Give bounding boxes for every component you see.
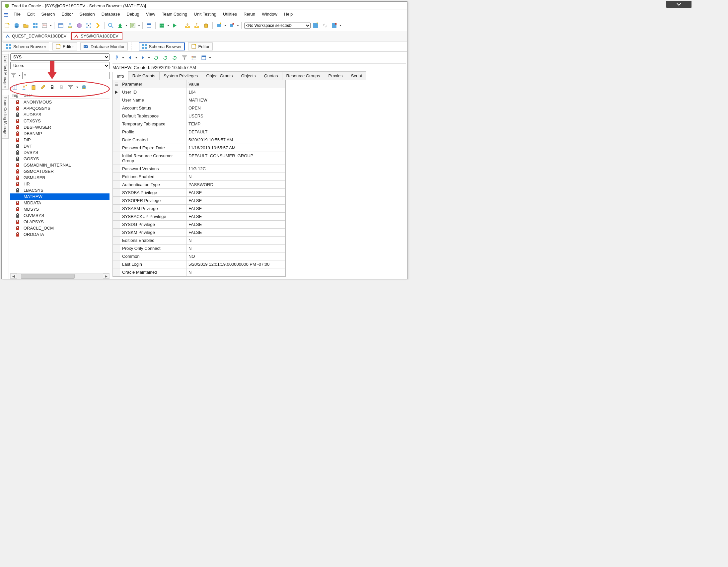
user-list-item[interactable]: DVF xyxy=(10,143,109,149)
clipboard-icon[interactable] xyxy=(30,83,37,91)
dock-team-coding-manager[interactable]: Team Coding Manager xyxy=(2,95,9,138)
filter-input[interactable] xyxy=(22,72,109,79)
dropdown-caret[interactable] xyxy=(237,25,239,26)
user-list-item[interactable]: OLAPSYS xyxy=(10,219,109,225)
schema-combo[interactable]: SYS xyxy=(10,53,109,61)
tab-quotas[interactable]: Quotas xyxy=(260,71,282,80)
dropdown-caret[interactable] xyxy=(138,25,140,26)
user-list-item[interactable]: ORACLE_OCM xyxy=(10,225,109,231)
trash-icon[interactable] xyxy=(202,21,210,30)
scroll-right-icon[interactable]: ▶ xyxy=(103,273,109,279)
filter-dropdown-caret[interactable] xyxy=(18,75,21,76)
user-list-item[interactable]: APPQOSSYS xyxy=(10,105,109,111)
user-list-item[interactable]: GSMCATUSER xyxy=(10,168,109,175)
menu-help[interactable]: Help xyxy=(281,11,296,19)
menu-editor[interactable]: Editor xyxy=(59,11,76,19)
schema-browser-icon[interactable] xyxy=(31,21,39,30)
pin-icon[interactable] xyxy=(112,53,121,62)
user-list-item[interactable]: DBSNMP xyxy=(10,130,109,137)
user-list-item[interactable]: GSMADMIN_INTERNAL xyxy=(10,162,109,168)
flask-icon[interactable] xyxy=(66,21,74,30)
options-icon[interactable] xyxy=(199,53,208,62)
list-bullets-icon[interactable] xyxy=(189,53,198,62)
close-object-icon[interactable] xyxy=(227,21,236,30)
dropdown-caret[interactable] xyxy=(167,25,170,26)
filter-icon[interactable] xyxy=(67,83,75,91)
refresh-green-icon[interactable] xyxy=(170,53,179,62)
outbox-icon[interactable] xyxy=(192,21,201,30)
user-list-item[interactable]: OJVMSYS xyxy=(10,212,109,219)
refresh-green-icon[interactable] xyxy=(161,53,170,62)
execute-icon[interactable] xyxy=(94,21,102,30)
object-type-combo[interactable]: Users xyxy=(10,62,109,69)
filter-icon[interactable] xyxy=(180,53,189,62)
user-list-item[interactable]: GGSYS xyxy=(10,156,109,162)
user-list-item[interactable]: DBSFWUSER xyxy=(10,124,109,130)
menu-team-coding[interactable]: Team Coding xyxy=(159,11,190,19)
save-workspace-icon[interactable] xyxy=(311,21,320,30)
workspace-combo[interactable]: <No Workspace selected> xyxy=(244,23,311,29)
tab-proxies[interactable]: Proxies xyxy=(324,71,347,80)
tab-role-grants[interactable]: Role Grants xyxy=(128,71,160,80)
delete-workspace-icon[interactable] xyxy=(330,21,338,30)
dropdown-caret[interactable] xyxy=(224,25,227,26)
sql-editor-icon[interactable]: SQL xyxy=(40,21,49,30)
tab-system-privileges[interactable]: System Privileges xyxy=(159,71,202,80)
find-icon[interactable] xyxy=(107,21,115,30)
new-sql-icon[interactable] xyxy=(3,21,12,30)
menu-rerun[interactable]: Rerun xyxy=(241,11,258,19)
formatter-icon[interactable] xyxy=(128,21,137,30)
menu-search[interactable]: Search xyxy=(38,11,57,19)
user-list-item[interactable]: MDSYS xyxy=(10,206,109,212)
lock-light-icon[interactable] xyxy=(57,83,65,91)
scrollbar-thumb[interactable] xyxy=(21,274,75,279)
inbox-icon[interactable] xyxy=(183,21,192,30)
filter-dropdown-caret[interactable] xyxy=(76,87,79,88)
tool-window-tab[interactable]: Schema Browser xyxy=(3,42,49,50)
menu-session[interactable]: Session xyxy=(77,11,98,19)
menu-debug[interactable]: Debug xyxy=(124,11,142,19)
services-icon[interactable] xyxy=(84,21,93,30)
dropdown-caret[interactable] xyxy=(122,57,124,58)
forward-icon[interactable] xyxy=(138,53,147,62)
menu-utilities[interactable]: Utilities xyxy=(220,11,240,19)
user-list-item[interactable]: GSMUSER xyxy=(10,175,109,181)
cube-icon[interactable] xyxy=(75,21,84,30)
connection-tab[interactable]: SYS@ORA18CDEV xyxy=(71,32,122,40)
horizontal-scrollbar[interactable]: ◀ ▶ xyxy=(10,273,109,279)
session-icon[interactable] xyxy=(145,21,153,30)
user-list-item[interactable]: DVSYS xyxy=(10,149,109,156)
open-icon[interactable] xyxy=(22,21,30,30)
menu-database[interactable]: Database xyxy=(99,11,123,19)
dropdown-caret[interactable] xyxy=(125,25,128,26)
menu-unit-testing[interactable]: Unit Testing xyxy=(191,11,219,19)
dropdown-caret[interactable] xyxy=(148,57,150,58)
user-list-item[interactable]: DIP xyxy=(10,137,109,143)
user-list[interactable]: ANONYMOUSAPPQOSSYSAUDSYSCTXSYSDBSFWUSERD… xyxy=(10,99,109,273)
refresh-green-icon[interactable] xyxy=(152,53,160,62)
user-list-item[interactable]: ORDDATA xyxy=(10,231,109,238)
debug-play-icon[interactable] xyxy=(170,21,179,30)
tab-objects[interactable]: Objects xyxy=(237,71,260,80)
dropdown-caret[interactable] xyxy=(339,25,342,26)
dock-unit-test-manager[interactable]: Unit Test Manager xyxy=(2,54,9,90)
user-list-item[interactable]: AUDSYS xyxy=(10,111,109,118)
edit-pencil-icon[interactable] xyxy=(39,83,47,91)
user-list-item[interactable]: MDDATA xyxy=(10,200,109,206)
lock-dark-icon[interactable] xyxy=(48,83,56,91)
user-list-item[interactable]: LBACSYS xyxy=(10,187,109,193)
tool-window-tab[interactable]: Database Monitor xyxy=(80,42,128,50)
window-icon[interactable] xyxy=(56,21,65,30)
menu-view[interactable]: View xyxy=(143,11,158,19)
connect-icon[interactable] xyxy=(12,21,21,30)
dropdown-caret[interactable] xyxy=(209,57,211,58)
filter-funnel-icon[interactable] xyxy=(10,72,17,79)
tab-resource-groups[interactable]: Resource Groups xyxy=(282,71,325,80)
menu-window[interactable]: Window xyxy=(259,11,280,19)
tool-window-tab[interactable]: Editor xyxy=(188,42,213,50)
new-object-icon[interactable] xyxy=(215,21,223,30)
expand-panel-button[interactable] xyxy=(666,1,692,8)
link-workspace-icon[interactable] xyxy=(321,21,329,30)
tab-info[interactable]: Info xyxy=(112,72,128,80)
script-icon[interactable]: {} xyxy=(11,83,19,91)
